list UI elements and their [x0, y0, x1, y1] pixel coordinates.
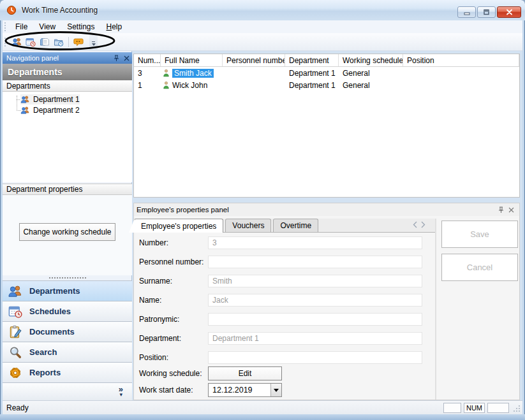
- position-field[interactable]: [208, 351, 422, 364]
- people-icon[interactable]: [10, 35, 24, 49]
- department-label: Department:: [134, 334, 208, 343]
- column-header-working-schedule[interactable]: Working schedule: [339, 54, 403, 66]
- window-title: Work Time Accounting: [22, 6, 98, 15]
- employee-properties-panel: Employee's properties panel Employee's p…: [133, 203, 520, 400]
- app-window: Work Time Accounting File View Settings …: [0, 0, 525, 420]
- personnel-number-label: Personnel number:: [134, 257, 208, 266]
- column-header-personnel-number[interactable]: Personnel number: [223, 54, 285, 66]
- toolbar-separator: [68, 37, 69, 47]
- menu-file[interactable]: File: [10, 21, 33, 33]
- menu-help[interactable]: Help: [101, 21, 128, 33]
- person-icon: [162, 69, 170, 77]
- work-start-date-combo[interactable]: 12.12.2019: [208, 383, 282, 397]
- surname-label: Surname:: [134, 277, 208, 286]
- column-header-position[interactable]: Position: [403, 54, 519, 66]
- speech-bubble-icon[interactable]: [71, 35, 85, 49]
- minimize-button[interactable]: [457, 6, 476, 18]
- departments-section-header: Departments: [3, 64, 132, 80]
- navigation-panel: Navigation panel Departments Departments: [3, 51, 132, 400]
- tool-bar: [3, 33, 522, 51]
- menu-bar: File View Settings Help: [3, 20, 522, 33]
- tree-item-department-2[interactable]: Department 2: [20, 105, 80, 115]
- pin-icon[interactable]: [496, 205, 505, 214]
- working-schedule-label: Working schedule:: [134, 369, 208, 378]
- department-field[interactable]: Department 1: [208, 332, 422, 345]
- combo-dropdown-arrow-icon[interactable]: [270, 384, 281, 396]
- tab-scroll-left-icon[interactable]: [413, 221, 417, 228]
- sidebar-configure-row[interactable]: » ▾: [3, 382, 132, 400]
- properties-panel-title-bar: Employee's properties panel: [134, 203, 519, 216]
- tree-connector-line: [17, 96, 17, 111]
- employee-table: Num... Full Name Personnel number Depart…: [133, 54, 520, 198]
- pin-icon[interactable]: [112, 54, 121, 62]
- maximize-button[interactable]: [477, 6, 496, 18]
- department-properties-area: Change working schedule: [3, 195, 132, 275]
- people-icon: [20, 95, 30, 104]
- properties-tab-strip: Employee's properties Vouchers Overtime: [134, 219, 436, 233]
- calendar-clock-icon[interactable]: [24, 35, 38, 49]
- personnel-number-field[interactable]: [208, 256, 422, 268]
- tab-scroll-right-icon[interactable]: [421, 221, 425, 228]
- sidebar-item-reports[interactable]: Reports: [3, 362, 132, 382]
- resize-grip-icon[interactable]: [513, 405, 521, 412]
- save-button[interactable]: Save: [441, 221, 518, 248]
- sidebar-item-search[interactable]: Search: [3, 342, 132, 362]
- navigation-panel-header: Navigation panel: [3, 52, 132, 64]
- name-field[interactable]: Jack: [208, 294, 422, 307]
- change-working-schedule-button[interactable]: Change working schedule: [19, 223, 115, 241]
- number-field[interactable]: 3: [208, 236, 422, 249]
- sidebar-item-documents[interactable]: Documents: [3, 321, 132, 342]
- chevron-down-icon[interactable]: ▾: [119, 391, 122, 398]
- close-icon[interactable]: [507, 205, 515, 214]
- panel-divider: [435, 219, 436, 400]
- people-icon: [20, 106, 30, 115]
- table-row[interactable]: 3 Smith Jack Department 1 General: [134, 67, 519, 79]
- title-bar[interactable]: Work Time Accounting: [0, 0, 525, 20]
- status-box-2: [487, 403, 509, 413]
- employee-name: Wick John: [172, 81, 207, 90]
- person-icon: [162, 81, 170, 89]
- gear-icon: [8, 365, 23, 380]
- column-header-full-name[interactable]: Full Name: [161, 54, 223, 66]
- folder-clock-icon[interactable]: [52, 35, 66, 49]
- tab-vouchers[interactable]: Vouchers: [225, 219, 271, 232]
- menu-grip: [4, 22, 6, 31]
- work-start-date-value: 12.12.2019: [209, 386, 270, 395]
- column-header-department[interactable]: Department: [285, 54, 339, 66]
- name-label: Name:: [134, 296, 208, 305]
- close-icon[interactable]: [122, 54, 131, 62]
- toolbar-grip: [4, 38, 6, 47]
- magnifier-icon: [8, 345, 23, 360]
- status-bar: Ready NUM: [3, 400, 522, 414]
- table-row[interactable]: 1 Wick John Department 1 General: [134, 79, 519, 91]
- clipboard-pencil-icon: [8, 324, 23, 340]
- close-button[interactable]: [497, 6, 521, 18]
- num-lock-indicator: NUM: [464, 403, 485, 413]
- surname-field[interactable]: Smith: [208, 275, 422, 287]
- window-frame-bottom: [0, 414, 525, 420]
- sidebar-item-schedules[interactable]: Schedules: [3, 301, 132, 321]
- status-text: Ready: [6, 403, 29, 412]
- table-header-row: Num... Full Name Personnel number Depart…: [134, 54, 519, 67]
- cancel-button[interactable]: Cancel: [441, 254, 518, 281]
- edit-schedule-button[interactable]: Edit: [208, 366, 282, 380]
- tab-overtime[interactable]: Overtime: [273, 219, 318, 232]
- tab-employees-properties[interactable]: Employee's properties: [134, 219, 223, 233]
- panel-splitter[interactable]: [3, 275, 132, 280]
- menu-settings[interactable]: Settings: [61, 21, 100, 33]
- menu-view[interactable]: View: [33, 21, 61, 33]
- number-label: Number:: [134, 238, 208, 247]
- document-icon[interactable]: [38, 35, 52, 49]
- status-box-1: [443, 403, 461, 413]
- column-header-num[interactable]: Num...: [134, 54, 161, 66]
- sidebar-item-departments[interactable]: Departments: [3, 280, 132, 301]
- work-start-date-label: Work start date:: [134, 386, 208, 395]
- toolbar-overflow-button[interactable]: [89, 34, 98, 50]
- position-label: Position:: [134, 353, 208, 362]
- department-properties-header: Department properties: [3, 184, 132, 195]
- patronymic-label: Patronymic:: [134, 315, 208, 324]
- departments-tree-root: Departments: [3, 80, 132, 92]
- selected-employee-name: Smith Jack: [172, 69, 214, 78]
- patronymic-field[interactable]: [208, 313, 422, 326]
- tree-item-department-1[interactable]: Department 1: [20, 94, 80, 105]
